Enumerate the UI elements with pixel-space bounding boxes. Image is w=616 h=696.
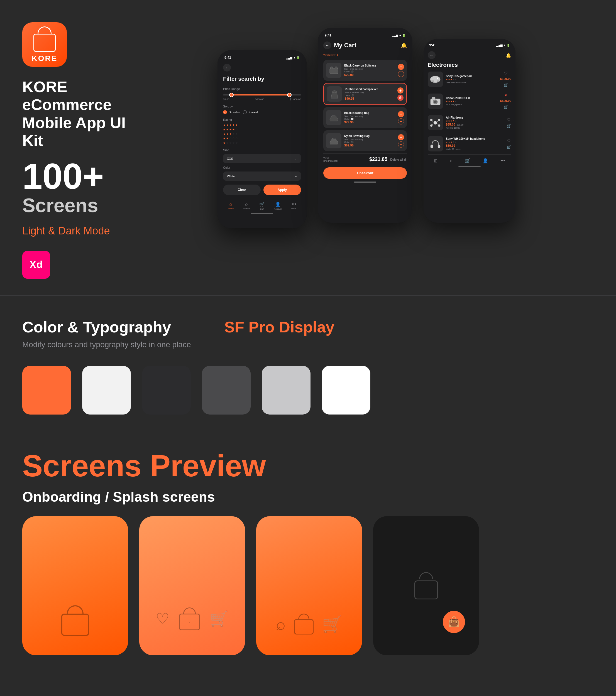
cart-back-btn[interactable]: ←: [323, 42, 331, 49]
qty-plus-btn[interactable]: +: [398, 64, 404, 70]
qty-2-delete-btn[interactable]: 🗑: [397, 95, 404, 101]
svg-rect-21: [430, 145, 433, 148]
svg-point-18: [438, 119, 440, 121]
price-labels: $5.00 $600.00 $1,000.00: [223, 98, 301, 101]
bell-icon-btn[interactable]: 🔔: [401, 42, 407, 48]
cart-item-4-price: $69.95: [344, 144, 395, 147]
cart-screen: 9:41 ▂▄▆ ✦ 🔋 ← My Cart 🔔 Total items: 4: [318, 28, 412, 223]
filter-action-buttons: Clear Apply: [223, 185, 301, 195]
price-thumb-right[interactable]: [287, 93, 291, 97]
rating-1[interactable]: ★ ☆ ☆ ☆ ☆: [223, 141, 301, 144]
trash-icon: 🗑: [404, 158, 407, 161]
checkout-button[interactable]: Checkout: [323, 167, 407, 179]
electronics-screen: 9:41 ▂▄▆ ✦ 🔋 ← 🔔 Electronics: [424, 39, 516, 223]
size-dropdown[interactable]: XXS ⌄: [223, 154, 301, 163]
star-1: ★: [223, 124, 225, 127]
elec-back-icon: ←: [430, 53, 433, 57]
tab-account-label: Account: [274, 208, 282, 210]
qty-4-plus-btn[interactable]: +: [398, 134, 404, 140]
product-4-cart-btn[interactable]: 🛒: [507, 145, 511, 149]
price-thumb-left[interactable]: [229, 93, 234, 97]
elec-back-btn[interactable]: ←: [428, 51, 436, 59]
product-1-price: $109.99: [500, 77, 511, 80]
color-dropdown[interactable]: White ⌄: [223, 172, 301, 181]
elec-signal: ▂▄▆ ✦ 🔋: [496, 44, 510, 47]
sort-check-filled: ✓: [223, 110, 227, 114]
elec-tab-more[interactable]: •••: [501, 158, 505, 163]
preview-phone-4-content: 👜: [373, 516, 479, 655]
product-3-desc: Full HD 1080p: [446, 127, 504, 129]
clear-button[interactable]: Clear: [223, 185, 260, 195]
total-count: 4: [337, 54, 338, 57]
product-4-heart-btn[interactable]: ♡: [507, 139, 511, 143]
elec-bell-icon[interactable]: 🔔: [506, 53, 511, 58]
mode-label: Light & Dark Mode: [22, 225, 139, 237]
product-3-stars: ★ ★ ★ ★ ★: [446, 120, 504, 122]
product-1-heart-btn[interactable]: ♡: [504, 71, 508, 76]
price-min: $5.00: [223, 98, 230, 101]
tab-more[interactable]: ••• More: [291, 202, 296, 210]
screens-category-title: Onboarding / Splash screens: [22, 489, 594, 505]
product-2-cart-btn[interactable]: 🛒: [504, 105, 508, 109]
swatch-white: [322, 366, 370, 414]
rating-3[interactable]: ★ ★ ★ ☆ ☆: [223, 132, 301, 136]
preview-phone-4: 👜: [373, 516, 479, 655]
tab-search[interactable]: ⌕ Search: [243, 202, 250, 210]
preview-bag-icon-3: [294, 614, 314, 634]
sort-newest[interactable]: Newest: [243, 110, 257, 114]
cart-icon: 🛒: [259, 202, 265, 207]
product-item-4[interactable]: Sony WH-100XM4 headphone ★ ★ ★ ★ ★ $59.9…: [428, 133, 511, 155]
tab-account[interactable]: 👤 Account: [274, 202, 282, 210]
cart-item-3-price: $79.95: [344, 121, 395, 124]
color-section-left: Color & Typography Modify colours and ty…: [22, 318, 191, 349]
elec-more-icon: •••: [501, 158, 505, 163]
filter-status-bar: 9:41 ▂▄▆ ✦ 🔋: [223, 56, 301, 60]
account-icon: 👤: [275, 202, 281, 207]
home-icon: ⌂: [229, 202, 232, 207]
preview-search-icon: ⌕: [276, 614, 286, 634]
price-max: $1,000.00: [290, 98, 301, 101]
color-chevron: ⌄: [295, 174, 297, 178]
tab-cart[interactable]: 🛒 Cart: [259, 202, 265, 210]
qty-2-plus-btn[interactable]: +: [397, 88, 404, 94]
price-range-track[interactable]: [223, 93, 301, 97]
rating-4[interactable]: ★ ★ ★ ★ ☆: [223, 128, 301, 131]
rating-2[interactable]: ★ ★ ☆ ☆ ☆: [223, 137, 301, 140]
delete-all-btn[interactable]: Delete all 🗑: [390, 158, 407, 161]
qty-minus-btn[interactable]: −: [398, 71, 404, 77]
product-3-cart-btn[interactable]: 🛒: [507, 124, 511, 128]
bag-handle: [37, 27, 51, 34]
elec-home-icon: ⊞: [434, 158, 438, 163]
product-2-heart-btn[interactable]: ♥: [505, 93, 507, 97]
tab-home[interactable]: ⌂ Home: [228, 202, 234, 210]
preview-icons-row-3: ⌕ 🛒: [276, 614, 343, 634]
elec-tab-search[interactable]: ⌕: [450, 158, 453, 163]
product-3-heart-btn[interactable]: ♡: [507, 117, 511, 122]
preview-phone-1: [22, 516, 128, 655]
qty-4-minus-btn[interactable]: −: [398, 141, 404, 147]
more-icon: •••: [291, 202, 296, 207]
rating-5[interactable]: ★ ★ ★ ★ ★: [223, 124, 301, 127]
filter-back-btn[interactable]: ←: [223, 64, 231, 72]
color-section-subtitle: Modify colours and typography style in o…: [22, 340, 191, 349]
product-2-price: $509.99: [500, 99, 511, 102]
elec-tab-cart[interactable]: 🛒: [465, 158, 470, 163]
product-1-cart-btn[interactable]: 🛒: [504, 83, 508, 87]
color-section-grid: Color & Typography Modify colours and ty…: [22, 318, 594, 349]
elec-tab-home[interactable]: ⊞: [434, 158, 438, 163]
cart-time: 9:41: [325, 33, 331, 37]
cart-item-2-size: Size: One size only: [345, 91, 395, 94]
cart-total-row: Total (Inc.included) $221.85 Delete all …: [323, 153, 407, 165]
product-item-3[interactable]: Air Pix drone ★ ★ ★ ★ ★ $85.00 $99.99: [428, 112, 511, 133]
price-range-label: Price Range: [223, 87, 301, 91]
color-section-title: Color & Typography: [22, 318, 191, 336]
cart-total-badge: Total items: 4: [323, 54, 407, 57]
sort-on-sales[interactable]: ✓ On sales: [223, 110, 239, 114]
product-item-1[interactable]: Sony PS5 gamepad ★ ★ ★ ★ ★ DualSense con…: [428, 68, 511, 90]
qty-3-minus-btn[interactable]: −: [398, 118, 404, 124]
product-item-2[interactable]: Canon 200d DSLR ★ ★ ★ ★ ★ 24.1 Megapixel…: [428, 90, 511, 112]
filter-phone-mockup: 9:41 ▂▄▆ ✦ 🔋 ← Filter search by Price Ra…: [218, 50, 306, 228]
elec-tab-account[interactable]: 👤: [483, 158, 488, 163]
apply-button[interactable]: Apply: [264, 185, 301, 195]
qty-3-plus-btn[interactable]: +: [398, 111, 404, 117]
